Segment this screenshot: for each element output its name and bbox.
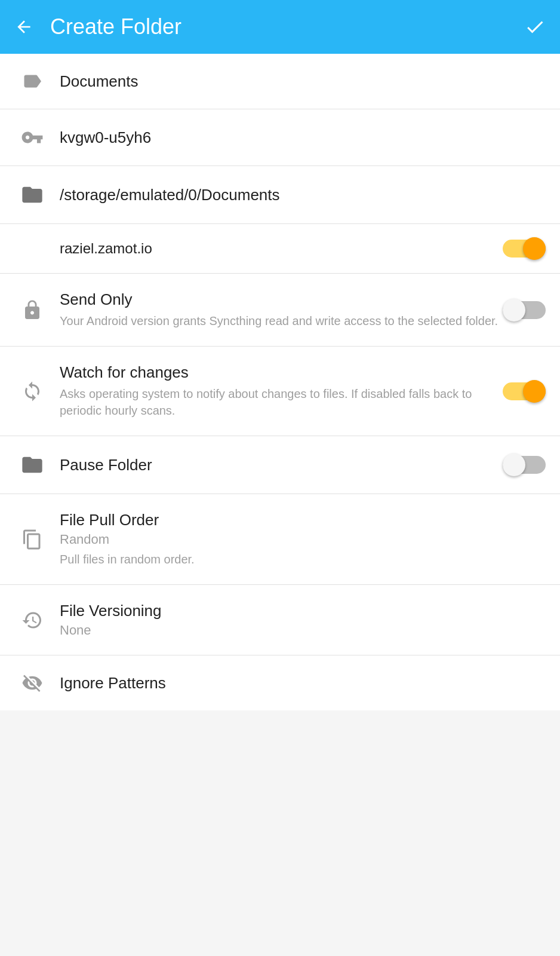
- pause-folder-content: Pause Folder: [60, 456, 503, 474]
- file-versioning-sublabel: None: [60, 623, 546, 638]
- folder-icon: [14, 183, 50, 207]
- page-title: Create Folder: [50, 14, 524, 39]
- key-icon: [14, 126, 50, 149]
- file-pull-order-description: Pull files in random order.: [60, 551, 546, 568]
- folder-pause-icon: [14, 453, 50, 477]
- device-name: raziel.zamot.io: [14, 240, 503, 257]
- watch-changes-label: Watch for changes: [60, 363, 503, 382]
- file-pull-order-label: File Pull Order: [60, 511, 546, 529]
- send-only-label: Send Only: [60, 290, 503, 309]
- folder-path-content: /storage/emulated/0/Documents: [60, 186, 546, 204]
- send-only-content: Send Only Your Android version grants Sy…: [60, 290, 503, 329]
- folder-path-row[interactable]: /storage/emulated/0/Documents: [0, 166, 560, 224]
- refresh-icon: [14, 381, 50, 402]
- folder-name-row[interactable]: Documents: [0, 54, 560, 109]
- folder-id-value: kvgw0-u5yh6: [60, 128, 546, 147]
- folder-name-value: Documents: [60, 72, 546, 91]
- lock-icon: [14, 299, 50, 321]
- send-only-description: Your Android version grants Syncthing re…: [60, 312, 503, 329]
- send-only-row[interactable]: Send Only Your Android version grants Sy…: [0, 274, 560, 347]
- pause-folder-row[interactable]: Pause Folder: [0, 436, 560, 494]
- send-only-toggle[interactable]: [503, 299, 546, 321]
- watch-changes-toggle[interactable]: [503, 380, 546, 403]
- confirm-button[interactable]: [524, 16, 546, 38]
- file-pull-order-content: File Pull Order Random Pull files in ran…: [60, 511, 546, 568]
- watch-changes-content: Watch for changes Asks operating system …: [60, 363, 503, 419]
- file-versioning-content: File Versioning None: [60, 602, 546, 638]
- watch-changes-description: Asks operating system to notify about ch…: [60, 385, 503, 419]
- ignore-patterns-content: Ignore Patterns: [60, 674, 546, 693]
- ignore-patterns-row[interactable]: Ignore Patterns: [0, 655, 560, 710]
- file-pull-order-sublabel: Random: [60, 532, 546, 547]
- folder-id-row[interactable]: kvgw0-u5yh6: [0, 109, 560, 166]
- watch-changes-row[interactable]: Watch for changes Asks operating system …: [0, 347, 560, 436]
- copy-icon: [14, 529, 50, 550]
- history-icon: [14, 609, 50, 631]
- folder-id-content: kvgw0-u5yh6: [60, 128, 546, 147]
- file-versioning-row[interactable]: File Versioning None: [0, 585, 560, 655]
- folder-path-value: /storage/emulated/0/Documents: [60, 186, 546, 204]
- pause-folder-label: Pause Folder: [60, 456, 503, 474]
- settings-list: Documents kvgw0-u5yh6 /storage/emulated/…: [0, 54, 560, 710]
- toggle-thumb: [503, 299, 525, 321]
- hide-icon: [14, 672, 50, 694]
- pause-folder-toggle[interactable]: [503, 454, 546, 476]
- device-toggle[interactable]: [503, 237, 546, 260]
- label-icon: [14, 71, 50, 92]
- back-button[interactable]: [14, 17, 33, 36]
- toggle-thumb: [523, 380, 546, 403]
- file-pull-order-row[interactable]: File Pull Order Random Pull files in ran…: [0, 494, 560, 585]
- file-versioning-label: File Versioning: [60, 602, 546, 620]
- folder-name-content: Documents: [60, 72, 546, 91]
- toggle-thumb: [523, 237, 546, 260]
- ignore-patterns-label: Ignore Patterns: [60, 674, 546, 693]
- app-header: Create Folder: [0, 0, 560, 54]
- toggle-thumb: [503, 454, 525, 476]
- device-toggle-row[interactable]: raziel.zamot.io: [0, 224, 560, 274]
